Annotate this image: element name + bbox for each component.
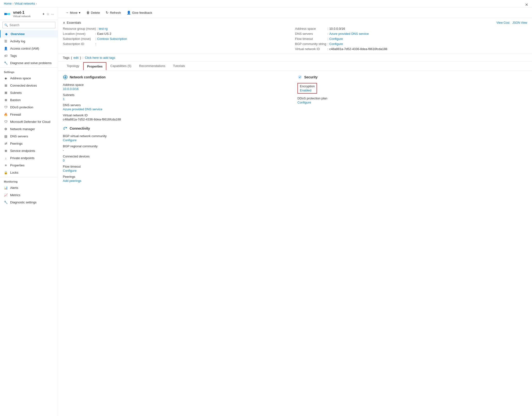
pin-icon[interactable]: ✦ bbox=[42, 12, 45, 16]
tab-topology[interactable]: Topology bbox=[63, 62, 83, 71]
bgp-regional-value: - bbox=[63, 148, 293, 152]
priv-endpoints-icon: ↓ bbox=[4, 156, 8, 160]
sidebar-item-service-endpoints[interactable]: ⊗Service endpoints bbox=[0, 147, 58, 154]
search-input[interactable] bbox=[2, 22, 55, 28]
sidebar-item-peerings[interactable]: ⇄Peerings bbox=[0, 140, 58, 147]
essentials-left-col: Resource group (move) : test-rg Location… bbox=[63, 27, 295, 51]
sidebar-item-properties[interactable]: ≡Properties bbox=[0, 162, 58, 169]
flow-timeout-value: Configure bbox=[63, 169, 293, 173]
sidebar-item-label-service-endpoints: Service endpoints bbox=[10, 149, 35, 153]
more-icon[interactable]: ··· bbox=[51, 12, 54, 16]
prop-address-space: Address space 10.0.0.0/16 bbox=[63, 83, 293, 91]
sidebar: vnet-1 Virtual network ✦ ☆ ··· 🔍 ◈Overvi… bbox=[0, 8, 58, 416]
address-space-link[interactable]: 10.0.0.0/16 bbox=[63, 87, 79, 91]
toolbar: → Move ▾ 🗑 Delete ↻ Refresh 👤 Give feedb… bbox=[58, 8, 532, 18]
bgp-community-link-ess[interactable]: Configure bbox=[329, 42, 343, 46]
breadcrumb-virtual-networks[interactable]: Virtual networks bbox=[15, 2, 35, 5]
sidebar-item-overview[interactable]: ◈Overview bbox=[0, 30, 58, 38]
subnets-link[interactable]: 1 bbox=[63, 97, 65, 101]
sidebar-item-tags[interactable]: 🏷Tags bbox=[0, 52, 58, 59]
bgp-regional-label: BGP regional community bbox=[63, 144, 293, 148]
vnet-id-label-ess: Virtual network ID bbox=[295, 47, 326, 51]
move-button[interactable]: → Move ▾ bbox=[63, 10, 83, 16]
prop-peerings: Peerings Add peerings bbox=[63, 175, 293, 183]
tags-edit-link[interactable]: edit bbox=[74, 56, 79, 59]
connected-devices-link[interactable]: 0 bbox=[63, 159, 65, 162]
sidebar-item-label-firewall: Firewall bbox=[10, 113, 21, 116]
subnets-label: Subnets bbox=[63, 93, 293, 97]
iam-icon: 👤 bbox=[4, 47, 8, 50]
location-move-link[interactable]: (move) bbox=[76, 32, 85, 36]
move-icon: → bbox=[65, 11, 69, 15]
subscription-value: Contoso Subscription bbox=[97, 37, 127, 41]
encryption-box: Encryption Enabled bbox=[297, 83, 317, 94]
network-config-section: Network configuration Address space 10.0… bbox=[63, 75, 293, 121]
search-icon: 🔍 bbox=[4, 23, 8, 27]
tab-capabilities[interactable]: Capabilities (5) bbox=[106, 62, 135, 71]
rg-link[interactable]: test-rg bbox=[99, 27, 108, 30]
dns-servers-link-ess[interactable]: Azure provided DNS service bbox=[329, 32, 369, 36]
add-peerings-link[interactable]: Add peerings bbox=[63, 179, 82, 183]
nav-section-monitoring: Monitoring bbox=[0, 178, 58, 184]
sidebar-item-metrics[interactable]: 📈Metrics bbox=[0, 191, 58, 199]
sidebar-item-dns-servers[interactable]: ▤DNS servers bbox=[0, 133, 58, 140]
refresh-label: Refresh bbox=[110, 11, 121, 15]
feedback-label: Give feedback bbox=[132, 11, 152, 15]
sidebar-item-firewall[interactable]: 🔥Firewall bbox=[0, 111, 58, 118]
flow-timeout-link-ess[interactable]: Configure bbox=[329, 37, 343, 41]
sidebar-item-alerts[interactable]: 📊Alerts bbox=[0, 184, 58, 191]
sidebar-item-ddos-protection[interactable]: 🛡DDoS protection bbox=[0, 104, 58, 111]
vnet-id-label: Virtual network ID bbox=[63, 113, 293, 117]
bastion-icon: ⊕ bbox=[4, 98, 8, 102]
sidebar-item-private-endpoints[interactable]: ↓Private endpoints bbox=[0, 154, 58, 162]
tab-properties[interactable]: Properties bbox=[83, 62, 106, 70]
ddos-configure-link[interactable]: Configure bbox=[297, 101, 311, 104]
star-icon[interactable]: ☆ bbox=[47, 12, 50, 16]
close-button[interactable]: ✕ bbox=[525, 2, 528, 7]
sidebar-item-locks[interactable]: 🔒Locks bbox=[0, 169, 58, 176]
address-space-label: Address space bbox=[63, 83, 293, 87]
tab-recommendations[interactable]: Recommendations bbox=[135, 62, 169, 71]
flow-timeout-link[interactable]: Configure bbox=[63, 169, 76, 173]
essentials-label: Essentials bbox=[67, 21, 81, 24]
sidebar-item-subnets[interactable]: ⊠Subnets bbox=[0, 89, 58, 96]
bgp-community-link[interactable]: Configure bbox=[63, 138, 76, 142]
add-tags-link[interactable]: Click here to add tags bbox=[85, 56, 115, 59]
subscription-link[interactable]: Contoso Subscription bbox=[97, 37, 127, 41]
sidebar-item-ms-defender[interactable]: 🛡Microsoft Defender for Cloud bbox=[0, 118, 58, 125]
dns-servers-value-ess: Azure provided DNS service bbox=[329, 32, 369, 36]
address-space-label-ess: Address space bbox=[295, 27, 326, 30]
dns-servers-link[interactable]: Azure provided DNS service bbox=[63, 107, 102, 111]
sidebar-item-diagnose[interactable]: 🔧Diagnose and solve problems bbox=[0, 59, 58, 67]
sub-id-label: Subscription ID bbox=[63, 42, 94, 46]
sidebar-item-network-manager[interactable]: ⚙Network manager bbox=[0, 125, 58, 133]
essentials-grid: Resource group (move) : test-rg Location… bbox=[63, 27, 527, 51]
sidebar-item-activity-log[interactable]: ☰Activity log bbox=[0, 38, 58, 45]
breadcrumb-home[interactable]: Home bbox=[4, 2, 12, 5]
json-view-link[interactable]: JSON View bbox=[513, 21, 527, 24]
search-container: 🔍 bbox=[2, 22, 55, 28]
feedback-icon: 👤 bbox=[127, 11, 131, 15]
right-properties-col: Security Encryption Enabled DDoS protect… bbox=[297, 75, 527, 185]
rg-move-link[interactable]: (move) bbox=[86, 27, 96, 30]
sidebar-item-diagnostic-settings[interactable]: 🔧Diagnostic settings bbox=[0, 199, 58, 206]
resource-name: vnet-1 bbox=[13, 10, 31, 15]
sidebar-item-label-activity-log: Activity log bbox=[10, 39, 25, 43]
essentials-section: ∧ Essentials View Cost JSON View Resourc… bbox=[58, 18, 532, 54]
prop-ddos: DDoS protection plan Configure bbox=[297, 97, 527, 104]
view-cost-link[interactable]: View Cost bbox=[496, 21, 510, 24]
sidebar-item-label-tags: Tags bbox=[10, 54, 17, 58]
sidebar-item-bastion[interactable]: ⊕Bastion bbox=[0, 96, 58, 104]
sidebar-item-access-control[interactable]: 👤Access control (IAM) bbox=[0, 45, 58, 52]
encryption-link[interactable]: Enabled bbox=[300, 88, 312, 92]
main-content: → Move ▾ 🗑 Delete ↻ Refresh 👤 Give feedb… bbox=[58, 8, 532, 416]
peerings-value: Add peerings bbox=[63, 179, 293, 183]
tab-tutorials[interactable]: Tutorials bbox=[169, 62, 189, 71]
sidebar-item-address-space[interactable]: ◈Address space bbox=[0, 75, 58, 82]
feedback-button[interactable]: 👤 Give feedback bbox=[124, 10, 154, 16]
delete-button[interactable]: 🗑 Delete bbox=[84, 10, 103, 16]
sidebar-item-connected-devices[interactable]: ⊞Connected devices bbox=[0, 82, 58, 89]
refresh-button[interactable]: ↻ Refresh bbox=[103, 10, 123, 16]
subscription-move-link[interactable]: (move) bbox=[81, 37, 91, 41]
flow-timeout-label-ess: Flow timeout bbox=[295, 37, 326, 41]
